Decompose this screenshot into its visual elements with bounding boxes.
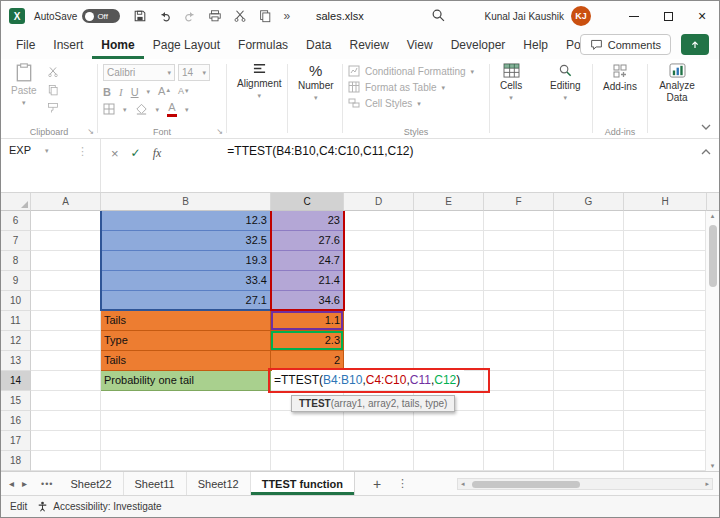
- cell[interactable]: [31, 351, 101, 371]
- cell[interactable]: [101, 451, 271, 471]
- cell[interactable]: [484, 271, 554, 291]
- cell[interactable]: [31, 251, 101, 271]
- analyze-data-button[interactable]: Analyze Data: [653, 62, 701, 104]
- cell[interactable]: [624, 431, 707, 451]
- row-header-12[interactable]: 12: [1, 331, 31, 351]
- save-icon[interactable]: [133, 9, 147, 23]
- scroll-left-icon[interactable]: ◂: [461, 480, 465, 488]
- excel-app-icon[interactable]: X: [9, 8, 25, 24]
- cell[interactable]: [484, 451, 554, 471]
- comments-button[interactable]: Comments: [580, 34, 671, 55]
- cell[interactable]: [344, 431, 414, 451]
- cell-C10[interactable]: 34.6: [271, 291, 344, 311]
- cell[interactable]: [554, 271, 624, 291]
- cell-B9[interactable]: 33.4: [101, 271, 271, 291]
- cell[interactable]: [414, 451, 484, 471]
- cell-B6[interactable]: 12.3: [101, 211, 271, 231]
- cell[interactable]: [31, 391, 101, 411]
- row-header-13[interactable]: 13: [1, 351, 31, 371]
- close-button[interactable]: ×: [685, 1, 719, 31]
- sheet-tab-ttest-function[interactable]: TTEST function: [251, 472, 355, 495]
- cell[interactable]: [624, 271, 707, 291]
- accessibility-status[interactable]: Accessibility: Investigate: [37, 501, 161, 512]
- cell[interactable]: [31, 371, 101, 391]
- confirm-entry-icon[interactable]: ✓: [131, 146, 141, 160]
- chevron-down-icon[interactable]: ▾: [156, 106, 160, 113]
- font-dialog-launcher-icon[interactable]: ↘: [216, 127, 223, 136]
- cell[interactable]: [484, 331, 554, 351]
- italic-button[interactable]: I: [119, 86, 123, 98]
- sheet-tab-sheet12[interactable]: Sheet12: [187, 472, 251, 495]
- undo-icon[interactable]: [158, 9, 172, 23]
- row-header-8[interactable]: 8: [1, 251, 31, 271]
- cancel-entry-icon[interactable]: ×: [111, 146, 119, 161]
- cell[interactable]: [344, 311, 414, 331]
- fill-color-button[interactable]: [135, 103, 148, 117]
- column-header-B[interactable]: B: [101, 193, 271, 211]
- name-box[interactable]: EXP ▾: [7, 142, 65, 158]
- scroll-down-icon[interactable]: ▾: [711, 462, 715, 470]
- cell[interactable]: [554, 411, 624, 431]
- cell[interactable]: [624, 291, 707, 311]
- cell[interactable]: [484, 251, 554, 271]
- cell[interactable]: [554, 351, 624, 371]
- cell[interactable]: [271, 451, 344, 471]
- cell[interactable]: [624, 331, 707, 351]
- cell[interactable]: [484, 291, 554, 311]
- tab-formulas[interactable]: Formulas: [229, 32, 297, 59]
- cell-B8[interactable]: 19.3: [101, 251, 271, 271]
- horizontal-scrollbar[interactable]: ◂ ▸: [457, 478, 713, 490]
- bold-button[interactable]: B: [103, 86, 111, 98]
- vertical-scrollbar[interactable]: ▴ ▾: [705, 211, 719, 471]
- cell[interactable]: [31, 291, 101, 311]
- cut-icon[interactable]: [47, 66, 59, 80]
- cell[interactable]: [554, 231, 624, 251]
- cells-button[interactable]: Cells ▾: [495, 62, 527, 102]
- share-button[interactable]: [681, 34, 709, 55]
- row-header-7[interactable]: 7: [1, 231, 31, 251]
- cell[interactable]: [271, 431, 344, 451]
- cell[interactable]: [414, 311, 484, 331]
- row-header-9[interactable]: 9: [1, 271, 31, 291]
- formula-bar-handle-icon[interactable]: ⋮: [77, 142, 88, 158]
- insert-function-icon[interactable]: fx: [153, 146, 162, 161]
- cell[interactable]: [414, 251, 484, 271]
- chevron-down-icon[interactable]: ▾: [123, 106, 127, 113]
- cell[interactable]: [484, 311, 554, 331]
- cell[interactable]: [484, 211, 554, 231]
- column-header-E[interactable]: E: [414, 193, 484, 211]
- cell-B7[interactable]: 32.5: [101, 231, 271, 251]
- cell[interactable]: [31, 271, 101, 291]
- cell[interactable]: [101, 431, 271, 451]
- cell[interactable]: [344, 351, 414, 371]
- cell-B10[interactable]: 27.1: [101, 291, 271, 311]
- cell[interactable]: [101, 411, 271, 431]
- cell[interactable]: [554, 331, 624, 351]
- cell[interactable]: [344, 411, 414, 431]
- row-header-11[interactable]: 11: [1, 311, 31, 331]
- cell[interactable]: [624, 251, 707, 271]
- cell[interactable]: [31, 451, 101, 471]
- cell[interactable]: [554, 451, 624, 471]
- cell[interactable]: [31, 211, 101, 231]
- tab-developer[interactable]: Developer: [442, 32, 515, 59]
- cell[interactable]: [344, 231, 414, 251]
- cell[interactable]: [554, 371, 624, 391]
- account-menu[interactable]: Kunal Jai Kaushik KJ: [485, 1, 592, 31]
- cell[interactable]: [344, 251, 414, 271]
- cell[interactable]: [624, 371, 707, 391]
- sheet-nav-right-icon[interactable]: ▸: [22, 478, 27, 489]
- cell-edit-formula[interactable]: =TTEST(B4:B10,C4:C10,C11,C12): [272, 370, 464, 390]
- cell[interactable]: [414, 411, 484, 431]
- clipboard-dialog-launcher-icon[interactable]: ↘: [87, 127, 94, 136]
- cell[interactable]: [31, 431, 101, 451]
- horizontal-scroll-thumb[interactable]: [472, 481, 580, 488]
- cell[interactable]: [624, 211, 707, 231]
- cell[interactable]: [624, 311, 707, 331]
- cell[interactable]: [31, 411, 101, 431]
- chevron-down-icon[interactable]: ▾: [185, 106, 189, 113]
- row-header-15[interactable]: 15: [1, 391, 31, 411]
- cell[interactable]: [484, 231, 554, 251]
- cell[interactable]: [31, 331, 101, 351]
- autosave-switch-icon[interactable]: Off: [82, 9, 120, 23]
